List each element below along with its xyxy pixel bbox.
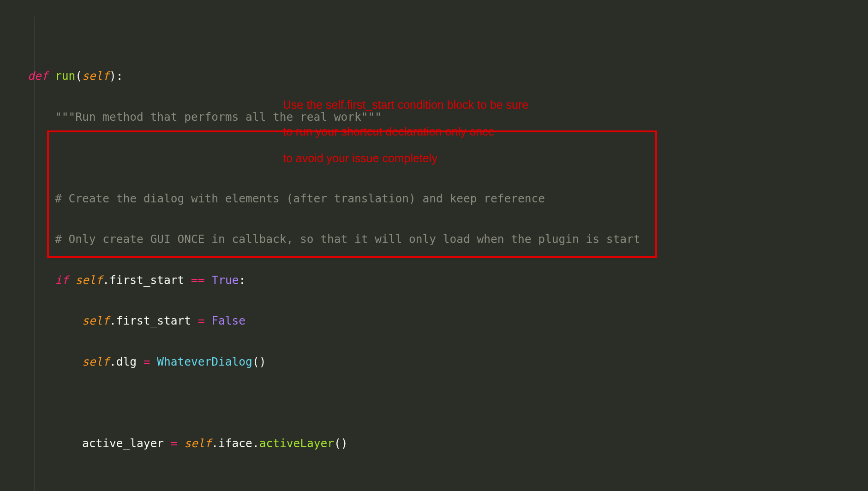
code-line: if self.first_start == True: [28, 273, 868, 287]
annotation-line: Use the self.first_start condition block… [283, 98, 528, 112]
code-line: self.dlg = WhateverDialog() [28, 355, 868, 369]
annotation-text: Use the self.first_start condition block… [283, 85, 528, 178]
code-line: self.first_start = False [28, 314, 868, 328]
code-editor[interactable]: def run(self): """Run method that perfor… [0, 0, 868, 491]
annotation-line: to avoid your issue completely [283, 152, 528, 165]
annotation-line: to run your shortcut declaration only on… [283, 125, 528, 138]
code-line: active_layer = self.iface.activeLayer() [28, 437, 868, 450]
code-line: def run(self): [28, 69, 868, 83]
blank-line [28, 396, 868, 409]
blank-line [28, 477, 868, 491]
